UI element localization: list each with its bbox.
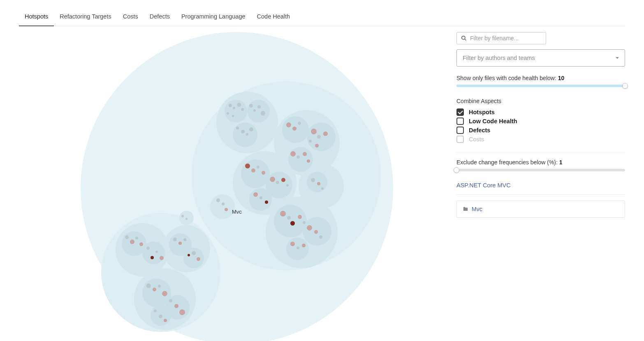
viz-dot[interactable]	[225, 208, 228, 211]
viz-dot[interactable]	[280, 211, 286, 217]
viz-dot[interactable]	[292, 127, 297, 131]
viz-dot[interactable]	[259, 196, 262, 199]
viz-dot[interactable]	[227, 112, 229, 115]
viz-dot[interactable]	[249, 104, 253, 108]
filename-search-input[interactable]	[470, 35, 542, 41]
viz-dot[interactable]	[241, 108, 244, 111]
authors-teams-select[interactable]: Filter by authors and teams	[456, 49, 625, 67]
viz-dot[interactable]	[185, 218, 188, 220]
checkbox-defects[interactable]: Defects	[456, 127, 625, 134]
viz-dot[interactable]	[321, 187, 324, 190]
viz-dot[interactable]	[174, 304, 178, 308]
viz-dot[interactable]	[241, 130, 245, 134]
viz-dot[interactable]	[287, 216, 291, 220]
breadcrumb-root-link[interactable]: ASP.NET Core MVC	[456, 182, 625, 189]
viz-dot[interactable]	[309, 140, 312, 143]
viz-dot[interactable]	[188, 254, 190, 256]
viz-dot[interactable]	[323, 131, 328, 136]
folder-row-mvc[interactable]: Mvc	[456, 200, 625, 218]
viz-dot[interactable]	[314, 230, 318, 234]
viz-dot[interactable]	[270, 177, 275, 182]
viz-minicluster[interactable]	[225, 100, 247, 122]
viz-dot[interactable]	[245, 164, 250, 168]
viz-dot[interactable]	[249, 127, 253, 131]
viz-minicluster[interactable]	[249, 188, 272, 211]
viz-dot[interactable]	[154, 309, 157, 312]
viz-dot[interactable]	[315, 144, 319, 147]
viz-dot[interactable]	[286, 122, 291, 127]
tab-code-health[interactable]: Code Health	[251, 10, 296, 26]
viz-dot[interactable]	[251, 168, 255, 173]
viz-dot[interactable]	[192, 251, 196, 255]
viz-dot[interactable]	[151, 256, 154, 259]
viz-dot[interactable]	[317, 182, 320, 185]
tab-refactoring-targets[interactable]: Refactoring Targets	[54, 10, 117, 26]
checkbox-low-code-health[interactable]: Low Code Health	[456, 118, 625, 125]
viz-dot[interactable]	[317, 135, 321, 138]
viz-dot[interactable]	[229, 104, 232, 107]
viz-dot[interactable]	[232, 115, 234, 117]
viz-dot[interactable]	[169, 299, 172, 302]
viz-dot[interactable]	[290, 242, 295, 246]
viz-dot[interactable]	[216, 198, 220, 202]
viz-dot[interactable]	[125, 235, 129, 239]
viz-dot[interactable]	[222, 203, 225, 205]
viz-dot[interactable]	[158, 285, 161, 288]
viz-dot[interactable]	[307, 159, 310, 163]
viz-dot[interactable]	[311, 129, 317, 134]
viz-dot[interactable]	[183, 238, 186, 241]
viz-minicluster[interactable]	[307, 172, 327, 192]
viz-dot[interactable]	[307, 225, 312, 230]
viz-dot[interactable]	[130, 240, 134, 244]
viz-dot[interactable]	[135, 237, 138, 240]
tab-hotspots[interactable]: Hotspots	[19, 10, 54, 26]
viz-dot[interactable]	[257, 105, 261, 108]
viz-dot[interactable]	[302, 244, 306, 247]
filename-search[interactable]	[456, 32, 546, 44]
viz-dot[interactable]	[298, 122, 301, 125]
tab-costs[interactable]: Costs	[117, 10, 144, 26]
viz-dot[interactable]	[311, 178, 315, 182]
slider-thumb[interactable]	[622, 83, 628, 89]
viz-dot[interactable]	[237, 103, 241, 107]
viz-minicluster[interactable]	[233, 122, 257, 147]
tab-programming-language[interactable]: Programming Language	[176, 10, 251, 26]
viz-dot[interactable]	[173, 237, 177, 241]
viz-dot[interactable]	[155, 251, 158, 253]
viz-dot[interactable]	[179, 309, 185, 315]
code-health-slider[interactable]	[456, 85, 625, 87]
viz-dot[interactable]	[265, 200, 268, 204]
checkbox-hotspots[interactable]: Hotspots	[456, 108, 625, 116]
viz-dot[interactable]	[233, 107, 235, 109]
viz-dot[interactable]	[286, 184, 289, 187]
viz-dot[interactable]	[153, 288, 156, 291]
viz-subcluster[interactable]	[210, 194, 235, 219]
viz-minicluster[interactable]	[274, 205, 307, 237]
viz-dot[interactable]	[281, 178, 285, 182]
viz-dot[interactable]	[257, 166, 259, 168]
viz-dot[interactable]	[253, 192, 258, 197]
viz-minicluster[interactable]	[307, 122, 336, 151]
viz-dot[interactable]	[290, 221, 295, 226]
viz-dot[interactable]	[262, 171, 265, 175]
viz-dot[interactable]	[297, 247, 299, 249]
viz-dot[interactable]	[297, 155, 300, 159]
viz-dot[interactable]	[178, 242, 182, 245]
viz-dot[interactable]	[298, 215, 302, 219]
change-freq-slider[interactable]	[456, 169, 625, 171]
viz-dot[interactable]	[197, 257, 200, 261]
viz-dot[interactable]	[261, 111, 265, 115]
viz-minicluster[interactable]	[142, 242, 165, 264]
viz-dot[interactable]	[146, 283, 151, 288]
viz-dot[interactable]	[246, 133, 248, 136]
viz-dot[interactable]	[160, 256, 164, 260]
viz-dot[interactable]	[181, 215, 184, 217]
viz-dot[interactable]	[303, 221, 306, 224]
viz-dot[interactable]	[253, 109, 256, 112]
viz-dot[interactable]	[236, 127, 239, 129]
viz-dot[interactable]	[162, 291, 167, 296]
viz-dot[interactable]	[159, 315, 162, 318]
slider-thumb[interactable]	[454, 167, 459, 173]
tab-defects[interactable]: Defects	[144, 10, 176, 26]
viz-minicluster[interactable]	[247, 100, 270, 122]
